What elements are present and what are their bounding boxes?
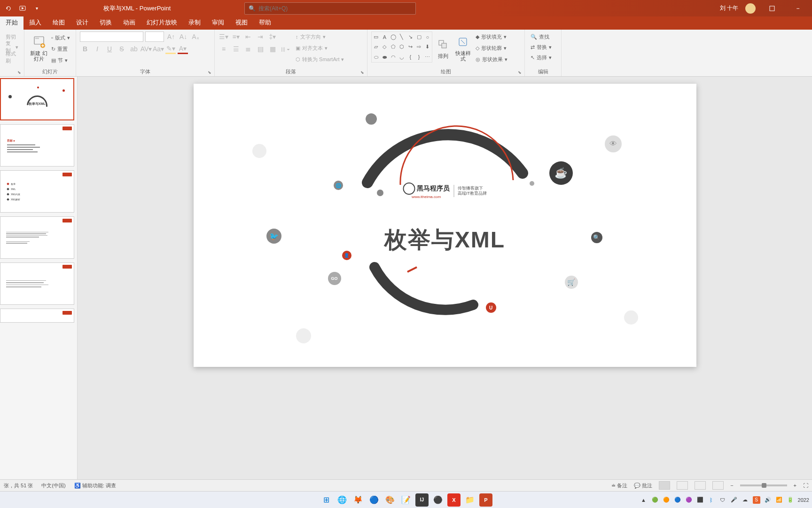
search-box[interactable]: 🔍 <box>244 2 416 15</box>
numbering-button[interactable]: ≡▾ <box>231 32 241 42</box>
tray-icon[interactable]: 🔵 <box>674 496 681 504</box>
tab-transitions[interactable]: 切换 <box>94 16 117 30</box>
slide-thumbnail-2[interactable]: 目标 ▸ <box>0 124 74 167</box>
shape-outline-button[interactable]: ◇ 形状轮廓 ▾ <box>474 43 509 53</box>
qat-dropdown[interactable]: ▾ <box>32 4 41 13</box>
slideshow-view-button[interactable] <box>712 481 724 490</box>
slide-thumbnail-panel[interactable]: 枚举与XML 目标 ▸ 枚举 XML XML约束 <box>0 77 78 479</box>
tab-design[interactable]: 设计 <box>70 16 94 30</box>
notepad-icon[interactable]: 📝 <box>399 493 413 507</box>
undo-button[interactable] <box>4 4 13 13</box>
slideshow-from-start-button[interactable] <box>18 4 27 13</box>
drawing-launcher[interactable]: ⬊ <box>518 70 523 75</box>
align-left-button[interactable]: ≡ <box>219 44 229 54</box>
arrange-button[interactable]: 排列 <box>434 32 452 64</box>
shape-fill-button[interactable]: ◆ 形状填充 ▾ <box>474 32 509 42</box>
tab-draw[interactable]: 绘图 <box>47 16 70 30</box>
ribbon-display-options[interactable] <box>763 1 781 16</box>
start-button[interactable]: ⊞ <box>320 493 333 507</box>
shadow-button[interactable]: ab <box>129 44 139 54</box>
decrease-indent-button[interactable]: ⇤ <box>243 32 253 42</box>
text-direction-button[interactable]: ↕ 文字方向 ▾ <box>294 32 346 42</box>
normal-view-button[interactable] <box>659 481 670 490</box>
columns-button[interactable]: ⫼▾ <box>280 44 290 54</box>
align-text-button[interactable]: ▣ 对齐文本 ▾ <box>294 43 346 53</box>
notes-button[interactable]: ≐ 备注 <box>611 482 627 489</box>
reading-view-button[interactable] <box>695 481 706 490</box>
reset-button[interactable]: ↻ 重置 <box>49 44 72 54</box>
font-color-button[interactable]: A▾ <box>178 44 188 54</box>
bullets-button[interactable]: ☰▾ <box>219 32 229 42</box>
edge-icon[interactable]: 🌐 <box>336 493 349 507</box>
slide-canvas-area[interactable]: 👁 ☕ 🌐 🐦 👤 GO U 🔍 🛒 黑马程序员 www.it <box>78 77 812 479</box>
shape-effects-button[interactable]: ◎ 形状效果 ▾ <box>474 54 509 64</box>
font-family-select[interactable] <box>80 32 143 42</box>
select-button[interactable]: ↖ 选择 ▾ <box>529 52 557 63</box>
tab-help[interactable]: 帮助 <box>253 16 277 30</box>
obs-icon[interactable]: ⚫ <box>431 493 445 507</box>
tray-icon[interactable]: 🟢 <box>651 496 659 504</box>
font-size-select[interactable] <box>145 32 164 42</box>
replace-button[interactable]: ⇄ 替换 ▾ <box>529 42 557 52</box>
tray-icon[interactable]: ▲ <box>640 496 648 504</box>
tab-view[interactable]: 视图 <box>230 16 253 30</box>
slide-thumbnail-5[interactable] <box>0 262 74 305</box>
xmind-icon[interactable]: X <box>447 493 461 507</box>
tray-icon[interactable]: 🟣 <box>685 496 693 504</box>
tab-insert[interactable]: 插入 <box>23 16 47 30</box>
search-input[interactable] <box>258 5 412 12</box>
new-slide-button[interactable]: 新建 幻灯片 <box>28 32 49 64</box>
increase-font-icon[interactable]: A↑ <box>166 32 176 42</box>
clock-year[interactable]: 2022 <box>798 497 809 503</box>
firefox-icon[interactable]: 🦊 <box>351 493 365 507</box>
tab-review[interactable]: 审阅 <box>206 16 230 30</box>
increase-indent-button[interactable]: ⇥ <box>255 32 265 42</box>
decrease-font-icon[interactable]: A↓ <box>178 32 188 42</box>
powerpoint-icon[interactable]: P <box>479 493 492 507</box>
line-spacing-button[interactable]: ‡▾ <box>267 32 278 42</box>
chrome-icon[interactable]: 🔵 <box>367 493 381 507</box>
volume-icon[interactable]: 🔊 <box>764 496 772 504</box>
slide-thumbnail-1[interactable]: 枚举与XML <box>0 78 74 120</box>
convert-smartart-button[interactable]: ⬡ 转换为 SmartArt ▾ <box>294 54 346 64</box>
mic-icon[interactable]: 🎤 <box>730 496 738 504</box>
zoom-in-button[interactable]: + <box>794 483 796 488</box>
current-slide[interactable]: 👁 ☕ 🌐 🐦 👤 GO U 🔍 🛒 黑马程序员 www.it <box>194 84 696 367</box>
fit-to-window-button[interactable]: ⛶ <box>803 483 808 488</box>
comments-button[interactable]: 💬 批注 <box>634 482 652 489</box>
font-launcher[interactable]: ⬊ <box>208 70 212 75</box>
align-right-button[interactable]: ≣ <box>243 44 253 54</box>
slide-thumbnail-6[interactable] <box>0 309 74 323</box>
change-case-button[interactable]: Aa▾ <box>153 44 164 54</box>
tab-slideshow[interactable]: 幻灯片放映 <box>141 16 183 30</box>
find-button[interactable]: 🔍 查找 <box>529 32 557 42</box>
onedrive-icon[interactable]: ☁ <box>742 496 749 504</box>
format-painter-button[interactable]: 格式刷 <box>4 52 20 63</box>
minimize-button[interactable]: − <box>789 1 807 16</box>
tab-record[interactable]: 录制 <box>183 16 206 30</box>
slide-sorter-view-button[interactable] <box>677 481 688 490</box>
battery-icon[interactable]: 🔋 <box>787 496 794 504</box>
justify-button[interactable]: ▤ <box>255 44 265 54</box>
file-explorer-icon[interactable]: 📁 <box>463 493 476 507</box>
user-name[interactable]: 刘 十年 <box>720 4 738 12</box>
zoom-out-button[interactable]: − <box>730 483 733 488</box>
ime-icon[interactable]: S <box>753 496 760 504</box>
clipboard-launcher[interactable]: ⬊ <box>17 70 22 75</box>
language-label[interactable]: 中文(中国) <box>41 482 65 489</box>
italic-button[interactable]: I <box>92 44 102 54</box>
tab-home[interactable]: 开始 <box>0 16 23 30</box>
highlight-button[interactable]: ✎▾ <box>165 44 176 54</box>
character-spacing-button[interactable]: AV▾ <box>141 44 151 54</box>
bold-button[interactable]: B <box>80 44 90 54</box>
quick-styles-button[interactable]: 快速样式 <box>454 32 472 64</box>
zoom-slider[interactable] <box>740 484 787 486</box>
intellij-icon[interactable]: IJ <box>415 493 429 507</box>
paint-icon[interactable]: 🎨 <box>383 493 397 507</box>
slide-count-label[interactable]: 张，共 51 张 <box>4 482 33 489</box>
section-button[interactable]: ▤ 节 ▾ <box>49 55 72 65</box>
security-icon[interactable]: 🛡 <box>719 496 726 504</box>
wifi-icon[interactable]: 📶 <box>775 496 783 504</box>
accessibility-button[interactable]: ♿ 辅助功能: 调查 <box>74 482 116 489</box>
tab-animations[interactable]: 动画 <box>117 16 141 30</box>
